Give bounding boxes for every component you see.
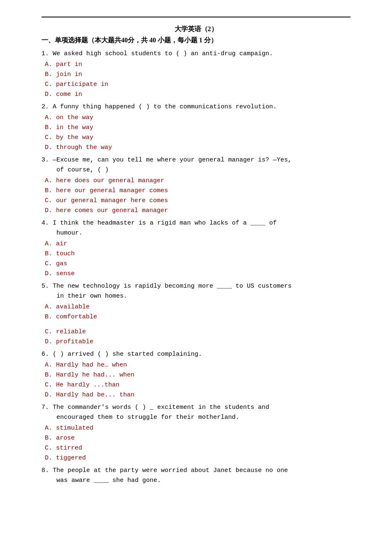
question-6-option-c: C. He hardly ...than [45, 380, 351, 390]
question-1-option-c: C. participate in [45, 80, 351, 90]
question-3: 3. —Excuse me, can you tell me where you… [41, 155, 351, 216]
question-3-option-c: C. our general manager here comes [45, 196, 351, 206]
question-3-text: 3. —Excuse me, can you tell me where you… [41, 155, 351, 175]
question-6-text: 6. ( ) arrived ( ) she started complaini… [41, 350, 351, 359]
question-1-option-a: A. part in [45, 60, 351, 70]
question-5-option-b: B. comfortable [45, 312, 351, 322]
question-4-option-c: C. gas [45, 259, 351, 269]
section-title: 一、单项选择题（本大题共40分，共 40 小题，每小题 1 分） [41, 36, 351, 45]
question-5-option-d: D. profitable [45, 337, 351, 347]
question-8: 8. The people at the party were worried … [41, 466, 351, 486]
top-divider [41, 17, 351, 17]
question-1-option-d: D. come in [45, 90, 351, 100]
question-6-option-b: B. Hardly he had... when [45, 370, 351, 380]
question-7-text: 7. The commander's words ( ) _ excitemen… [41, 403, 351, 423]
question-4-text: 4. I think the headmaster is a rigid man… [41, 218, 351, 238]
question-5-option-a: A. available [45, 302, 351, 312]
question-2: 2. A funny thing happened ( ) to the com… [41, 102, 351, 153]
question-4: 4. I think the headmaster is a rigid man… [41, 218, 351, 279]
question-3-option-a: A. here does our general manager [45, 176, 351, 186]
question-8-text: 8. The people at the party were worried … [41, 466, 351, 486]
question-1: 1. We asked high school students to ( ) … [41, 49, 351, 100]
question-7-option-c: C. stirred [45, 443, 351, 453]
question-2-option-c: C. by the way [45, 133, 351, 143]
question-1-text: 1. We asked high school students to ( ) … [41, 49, 351, 59]
question-7-option-d: D. tiggered [45, 453, 351, 463]
question-2-text: 2. A funny thing happened ( ) to the com… [41, 102, 351, 112]
question-5-option-c: C. reliable [45, 327, 351, 337]
question-7-option-a: A. stimulated [45, 423, 351, 433]
question-7-option-b: B. arose [45, 433, 351, 443]
question-2-option-b: B. in the way [45, 123, 351, 133]
question-3-option-d: D. here comes our general manager [45, 206, 351, 216]
question-2-option-d: D. through the way [45, 143, 351, 153]
question-1-option-b: B. join in [45, 70, 351, 80]
question-2-option-a: A. on the way [45, 113, 351, 123]
question-5: 5. The new technology is rapidly becomin… [41, 281, 351, 347]
question-6-option-a: A. Hardly had he… when [45, 360, 351, 370]
question-4-option-a: A. air [45, 239, 351, 249]
question-6: 6. ( ) arrived ( ) she started complaini… [41, 350, 351, 400]
question-4-option-d: D. sense [45, 269, 351, 279]
question-6-option-d: D. Hardly had be... than [45, 390, 351, 400]
page-title: 大学英语（2） [41, 25, 351, 34]
question-5-text: 5. The new technology is rapidly becomin… [41, 281, 351, 301]
questions-area: 1. We asked high school students to ( ) … [41, 49, 351, 486]
question-3-option-b: B. here our general manager comes [45, 186, 351, 196]
question-4-option-b: B. touch [45, 249, 351, 259]
question-7: 7. The commander's words ( ) _ excitemen… [41, 403, 351, 463]
